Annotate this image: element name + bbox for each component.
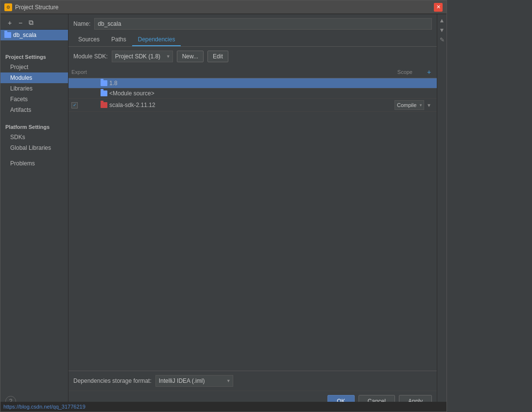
name-label: Name: (73, 20, 90, 27)
module-db-scala[interactable]: db_scala (0, 30, 68, 40)
sidebar-item-problems[interactable]: Problems (0, 158, 68, 169)
scope-wrapper-3: Compile (395, 100, 424, 110)
edit-sdk-button[interactable]: Edit (207, 51, 228, 62)
dep-name-3: scala-sdk-2.11.12 (109, 102, 155, 108)
add-button[interactable]: + (4, 18, 15, 28)
platform-settings-section: Platform Settings (0, 120, 68, 132)
project-settings-section: Project Settings (0, 50, 68, 62)
dep-area: Export Scope + 1.8 (69, 66, 437, 218)
module-sdk-row: Module SDK: Project SDK (1.8) New... Edi… (69, 47, 437, 66)
module-folder-icon (4, 32, 11, 38)
url-text: https://blog.csdn.net/qq_31776219 (3, 404, 86, 410)
project-structure-window: ⚙ Project Structure ✕ + − ⧉ db_scala Pro (0, 0, 447, 412)
sidebar-item-artifacts[interactable]: Artifacts (0, 105, 68, 115)
sidebar-item-libraries[interactable]: Libraries (0, 83, 68, 94)
name-cell-1: 1.8 (101, 80, 385, 87)
sidebar-item-global-libraries[interactable]: Global Libraries (0, 143, 68, 153)
name-row: Name: (69, 14, 437, 34)
tab-dependencies[interactable]: Dependencies (132, 34, 181, 46)
sdk-label: Module SDK: (73, 53, 108, 60)
remove-button[interactable]: − (15, 18, 26, 28)
tab-paths[interactable]: Paths (105, 34, 132, 46)
format-dropdown[interactable]: IntelliJ IDEA (.iml) Eclipse (.classpath… (155, 375, 233, 387)
sdk-select-wrapper: Project SDK (1.8) (112, 51, 173, 62)
title-bar: ⚙ Project Structure ✕ (0, 0, 446, 14)
folder-icon-2 (101, 90, 107, 96)
add-dep-button[interactable]: + (424, 68, 434, 76)
folder-icon-1 (101, 80, 107, 86)
sidebar-item-sdks[interactable]: SDKs (0, 132, 68, 143)
dep-header: Export Scope + (69, 66, 437, 78)
sidebar-item-modules[interactable]: Modules (0, 72, 68, 83)
format-label: Dependencies storage format: (73, 377, 152, 384)
sdk-dropdown[interactable]: Project SDK (1.8) (112, 51, 173, 62)
dep-row-scala-sdk[interactable]: scala-sdk-2.11.12 Compile ▼ (69, 99, 437, 112)
scope-cell-3: Compile (385, 100, 424, 110)
move-up-button[interactable]: ▲ (438, 16, 446, 25)
name-cell-3: scala-sdk-2.11.12 (101, 102, 385, 108)
sidebar: + − ⧉ db_scala Project Settings Project … (0, 14, 69, 412)
window-title: Project Structure (15, 4, 434, 11)
format-wrapper: IntelliJ IDEA (.iml) Eclipse (.classpath… (155, 375, 233, 387)
side-panel-right: ▲ ▼ ✎ (437, 14, 446, 412)
edit-icon-button[interactable]: ✎ (438, 36, 446, 44)
export-cell-3 (71, 102, 101, 108)
export-checkbox-3[interactable] (71, 102, 78, 108)
tabs: Sources Paths Dependencies (69, 34, 437, 47)
dep-row-1.8[interactable]: 1.8 (69, 78, 437, 89)
folder-icon-3 (101, 102, 107, 108)
scope-dropdown-3[interactable]: Compile (395, 100, 424, 110)
bottom-bar: Dependencies storage format: IntelliJ ID… (69, 371, 437, 391)
new-sdk-button[interactable]: New... (177, 51, 204, 62)
right-panel: Name: Sources Paths Dependencies Module … (69, 14, 437, 412)
move-down-button[interactable]: ▼ (438, 26, 446, 35)
name-cell-2: <Module source> (101, 90, 385, 97)
module-name: db_scala (13, 32, 36, 38)
sidebar-toolbar: + − ⧉ (0, 16, 68, 30)
scope-header: Scope (374, 69, 412, 75)
tab-sources[interactable]: Sources (72, 34, 105, 46)
close-button[interactable]: ✕ (434, 3, 443, 12)
sidebar-item-project[interactable]: Project (0, 62, 68, 72)
sidebar-item-facets[interactable]: Facets (0, 94, 68, 105)
export-header: Export (71, 69, 101, 75)
dep-name-2: <Module source> (109, 90, 154, 97)
dep-row-module-source[interactable]: <Module source> (69, 89, 437, 99)
name-input[interactable] (94, 18, 432, 30)
url-bar: https://blog.csdn.net/qq_31776219 (0, 402, 446, 412)
copy-button[interactable]: ⧉ (26, 18, 36, 28)
dep-name-1: 1.8 (109, 80, 118, 87)
window-icon: ⚙ (4, 3, 12, 11)
arrow-3: ▼ (424, 103, 434, 108)
